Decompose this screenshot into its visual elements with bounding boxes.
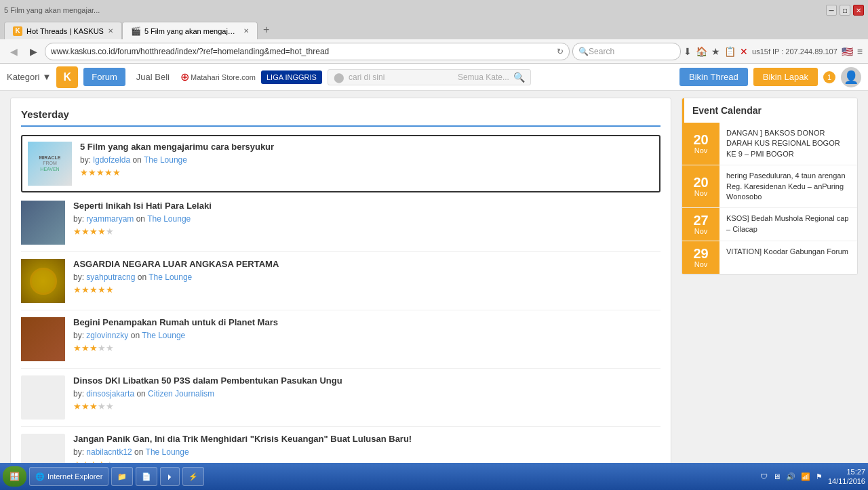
address-text: www.kaskus.co.id/forum/hotthread/index/?…: [51, 47, 557, 56]
forward-button[interactable]: ▶: [25, 44, 42, 59]
category-link-6[interactable]: The Lounge: [146, 447, 189, 457]
thread-item[interactable]: Begini Penampakan Rumah untuk di Planet …: [21, 310, 660, 369]
back-button[interactable]: ◀: [5, 44, 22, 59]
time-text: 15:27: [828, 467, 865, 476]
home-icon[interactable]: 🏠: [696, 46, 707, 57]
flag-icon: 🇺🇸: [842, 46, 853, 57]
author-link-6[interactable]: nabilacntk12: [86, 447, 132, 457]
matahari-logo[interactable]: ⊕ Matahari Store.com: [180, 70, 256, 83]
author-link-1[interactable]: lgdofzelda: [93, 155, 130, 165]
kaskus-logo[interactable]: K: [56, 66, 78, 88]
taskbar-ie-app[interactable]: 🌐 Internet Explorer: [29, 467, 108, 486]
bikin-thread-button[interactable]: Bikin Thread: [679, 68, 748, 86]
media-icon: ⏵: [166, 472, 174, 481]
category-link-4[interactable]: The Lounge: [142, 331, 185, 340]
thread-meta-4: by: zglovinnzky on The Lounge: [73, 331, 660, 340]
category-link-5[interactable]: Citizen Journalism: [148, 389, 214, 399]
forum-nav-link[interactable]: Forum: [83, 68, 125, 86]
taskbar-right: 🛡 🖥 🔊 📶 ⚑ 15:27 14/11/2016: [760, 467, 865, 487]
event-desc-4: VITATION] Koodar Gabungan Forum: [719, 241, 857, 274]
event-desc-2: hering Paseduluran, 4 taun arengan Reg. …: [719, 165, 857, 207]
thread-thumbnail-1: MIRACLE FROM HEAVEN: [28, 142, 72, 186]
event-date-1: 20 Nov: [682, 123, 719, 165]
search-submit-icon[interactable]: 🔍: [513, 72, 525, 83]
category-link-2[interactable]: The Lounge: [147, 214, 191, 224]
tab-film[interactable]: 🎬 5 Film yang akan mengajar... ✕: [122, 22, 258, 39]
thread-title-1[interactable]: 5 Film yang akan mengajarimu cara bersyu…: [80, 142, 654, 153]
event-date-3: 27 Nov: [682, 208, 719, 241]
tab-favicon-1: K: [13, 26, 22, 36]
new-tab-button[interactable]: +: [258, 21, 275, 39]
taskbar-file-app[interactable]: 📁: [111, 467, 133, 486]
close-icon[interactable]: ✕: [740, 46, 748, 57]
maximize-button[interactable]: □: [840, 5, 850, 16]
search-icon: 🔍: [578, 47, 589, 56]
taskbar-word-app[interactable]: 📄: [136, 467, 157, 486]
category-select[interactable]: Semua Kate...: [458, 73, 509, 82]
windows-logo-icon: 🪟: [9, 472, 20, 481]
search-circle-icon: ⬤: [334, 72, 344, 83]
author-link-4[interactable]: zglovinnzky: [86, 331, 128, 340]
signal-icon: 📶: [801, 472, 810, 481]
thread-item[interactable]: MIRACLE FROM HEAVEN 5 Film yang akan men…: [21, 135, 660, 192]
category-link-3[interactable]: The Lounge: [149, 272, 192, 282]
thread-thumbnail-3: [21, 259, 65, 303]
event-calendar-title: Event Calendar: [682, 98, 857, 123]
favorites-icon[interactable]: ★: [711, 46, 720, 57]
thread-info-3: ASGARDIA NEGARA LUAR ANGKASA PERTAMA by:…: [73, 259, 660, 295]
jual-beli-nav-link[interactable]: Jual Beli: [131, 72, 175, 82]
author-link-3[interactable]: syahputracng: [86, 272, 135, 282]
ie-icon: 🌐: [35, 472, 45, 481]
tab-hotthreads[interactable]: K Hot Threads | KASKUS ✕: [4, 22, 122, 39]
thread-title-3[interactable]: ASGARDIA NEGARA LUAR ANGKASA PERTAMA: [73, 259, 660, 270]
address-bar[interactable]: www.kaskus.co.id/forum/hotthread/index/?…: [45, 43, 570, 60]
event-item-1[interactable]: 20 Nov DANGAN ] BAKSOS DONOR DARAH KUS R…: [682, 123, 857, 165]
tab-close-1[interactable]: ✕: [108, 27, 113, 35]
close-button[interactable]: ✕: [853, 5, 864, 16]
event-item-4[interactable]: 29 Nov VITATION] Koodar Gabungan Forum: [682, 241, 857, 274]
browser-search-bar[interactable]: 🔍 Search: [572, 43, 681, 60]
thread-title-6[interactable]: Jangan Panik Gan, Ini dia Trik Menghidar…: [73, 434, 660, 445]
kategori-button[interactable]: Kategori ▼: [7, 72, 51, 82]
stars-3: ★★★★★: [73, 285, 660, 295]
search-input-placeholder: Search: [589, 47, 675, 56]
thread-item[interactable]: ASGARDIA NEGARA LUAR ANGKASA PERTAMA by:…: [21, 252, 660, 310]
download-icon[interactable]: ⬇: [684, 46, 692, 57]
app-icon: ⚡: [189, 472, 198, 481]
event-item-3[interactable]: 27 Nov KSOS] Bedah Mushola Regional cap …: [682, 208, 857, 241]
stars-2: ★★★★★: [73, 226, 660, 237]
refresh-button[interactable]: ↻: [557, 47, 564, 56]
author-link-5[interactable]: dinsosjakarta: [86, 389, 134, 399]
kaskus-header: Kategori ▼ K Forum Jual Beli ⊕ Matahari …: [0, 64, 868, 91]
start-button[interactable]: 🪟: [3, 466, 26, 487]
kaskus-search-area[interactable]: ⬤ cari di sini Semua Kate... 🔍: [328, 69, 531, 85]
thread-title-4[interactable]: Begini Penampakan Rumah untuk di Planet …: [73, 317, 660, 329]
clipboard-icon[interactable]: 📋: [724, 46, 736, 57]
author-link-2[interactable]: ryammaryam: [86, 214, 134, 224]
thread-title-2[interactable]: Seperti Inikah Isi Hati Para Lelaki: [73, 201, 660, 212]
thread-info-4: Begini Penampakan Rumah untuk di Planet …: [73, 317, 660, 353]
notification-badge[interactable]: 1: [823, 71, 835, 83]
user-avatar[interactable]: 👤: [841, 67, 861, 87]
tab-close-2[interactable]: ✕: [243, 27, 249, 35]
event-desc-1: DANGAN ] BAKSOS DONOR DARAH KUS REGIONAL…: [719, 123, 857, 165]
menu-icon[interactable]: ≡: [857, 46, 863, 57]
thread-title-5[interactable]: Dinsos DKI Libatkan 50 P3S dalam Pembent…: [73, 375, 660, 387]
flag2-icon: ⚑: [816, 472, 823, 481]
category-link-1[interactable]: The Lounge: [144, 155, 187, 165]
stars-4: ★★★★★: [73, 343, 660, 353]
taskbar-extra-app[interactable]: ⚡: [182, 467, 204, 486]
event-desc-3: KSOS] Bedah Mushola Regional cap – Cilac…: [719, 208, 857, 241]
thread-item[interactable]: Seperti Inikah Isi Hati Para Lelaki by: …: [21, 194, 660, 252]
window-controls[interactable]: ─ □ ✕: [826, 5, 864, 16]
thread-item[interactable]: Dinsos DKI Libatkan 50 P3S dalam Pembent…: [21, 369, 660, 427]
liga-logo[interactable]: LIGA INGGRIS: [261, 70, 322, 84]
thread-info-1: 5 Film yang akan mengajarimu cara bersyu…: [80, 142, 654, 178]
taskbar: 🪟 🌐 Internet Explorer 📁 📄 ⏵ ⚡ 🛡 🖥 🔊 📶 ⚑ …: [0, 463, 868, 490]
bikin-lapak-button[interactable]: Bikin Lapak: [753, 68, 818, 86]
shield-icon: 🛡: [760, 472, 768, 481]
minimize-button[interactable]: ─: [826, 5, 837, 16]
taskbar-media-app[interactable]: ⏵: [160, 467, 180, 486]
event-item-2[interactable]: 20 Nov hering Paseduluran, 4 taun arenga…: [682, 165, 857, 208]
tab-label-2: 5 Film yang akan mengajar...: [144, 27, 239, 35]
